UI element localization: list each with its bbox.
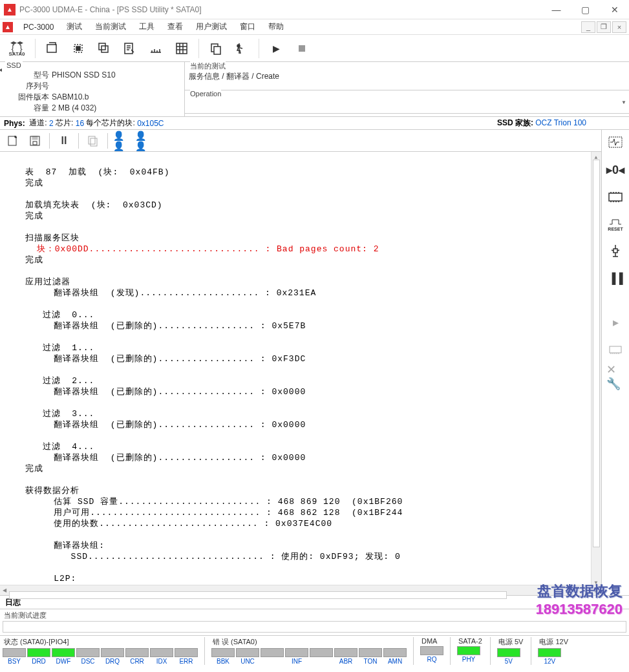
log-line: [3, 222, 599, 233]
zero-icon[interactable]: ▸0◂: [606, 161, 624, 179]
scroll-thumb[interactable]: [593, 160, 600, 547]
status-box: [27, 648, 50, 657]
channel-value: 2: [49, 119, 54, 128]
menu-window[interactable]: 窗口: [233, 19, 262, 34]
close-button[interactable]: ✕: [600, 0, 629, 19]
oscilloscope-icon[interactable]: [606, 134, 624, 152]
layers-button[interactable]: [92, 37, 116, 60]
main-toolbar: ◂▸◂▸ { } SATA0 ▶: [0, 35, 629, 62]
horizontal-scrollbar[interactable]: ◀ ▶: [0, 585, 601, 595]
status-group-state: 状态 (SATA0)-[PIO4] BSYDRDDWFDSCDRQCRRIDXE…: [3, 637, 198, 665]
status-box: [150, 648, 173, 657]
scroll-up-icon[interactable]: ▲: [592, 152, 601, 160]
status-box: [285, 648, 308, 657]
exit-button[interactable]: [230, 37, 253, 60]
copy-log-button[interactable]: [84, 132, 102, 150]
folder-button[interactable]: [41, 37, 64, 60]
log-line: 记录数............................ : 0x0400: [3, 584, 599, 585]
status-bar: 状态 (SATA0)-[PIO4] BSYDRDDWFDSCDRQCRRIDXE…: [0, 635, 629, 667]
minimize-button[interactable]: —: [542, 0, 571, 19]
menu-current-test[interactable]: 当前测试: [89, 19, 133, 34]
ssd-panel-label: SSD: [5, 61, 23, 69]
grid-button[interactable]: [170, 37, 193, 60]
svg-rect-15: [91, 138, 97, 146]
log-line: 估算 SSD 容量......................... : 468…: [3, 496, 599, 507]
log-line: [3, 156, 599, 167]
find-next-button[interactable]: 👤👤: [135, 132, 153, 150]
scroll-right-icon[interactable]: ▶: [592, 587, 601, 593]
log-line: 过滤 0...: [3, 310, 599, 320]
hscroll-thumb[interactable]: [9, 591, 507, 599]
mdi-restore-button[interactable]: ❐: [597, 21, 611, 33]
status-box: [359, 648, 382, 657]
collapse-icon[interactable]: ◂: [0, 66, 2, 73]
right-tool-strip: ▸0◂ RESET ▐▐ ▸ ✕🔧: [602, 130, 629, 595]
maximize-button[interactable]: ▢: [571, 0, 600, 19]
menu-user-test[interactable]: 用户测试: [189, 19, 233, 34]
reset-button[interactable]: RESET: [606, 215, 624, 233]
status-label: IDX: [150, 658, 173, 665]
log-line: [3, 562, 599, 573]
log-line: 扫描服务区块: [3, 233, 599, 244]
status-box: [211, 648, 235, 657]
ssd-family-value: OCZ Trion 100: [535, 118, 586, 127]
report-button[interactable]: [118, 37, 142, 60]
current-test-value: 服务信息 / 翻译器 / Create: [189, 63, 625, 82]
dropdown-icon[interactable]: ▼: [621, 100, 626, 105]
svg-rect-12: [32, 136, 37, 140]
status-box: [334, 648, 357, 657]
log-line: 翻译器块组 (已删除的)................. : 0x0000: [3, 419, 599, 430]
status-label: DRQ: [101, 658, 124, 665]
chip-button[interactable]: [67, 37, 90, 60]
scroll-down-icon[interactable]: ▼: [592, 577, 601, 585]
status-label: [310, 658, 333, 665]
log-line: [3, 364, 599, 375]
log-line: [3, 430, 599, 441]
status-box: [76, 648, 100, 657]
chip-tool-icon[interactable]: [606, 188, 624, 206]
log-line: 获得数据分析: [3, 485, 599, 496]
sata-device-button[interactable]: ◂▸◂▸ { } SATA0: [4, 37, 30, 60]
ssd-family-label: SSD 家族:: [497, 118, 533, 127]
mdi-minimize-button[interactable]: _: [581, 21, 595, 33]
status-label: [261, 658, 284, 665]
log-line: 完成: [3, 211, 599, 222]
save-button[interactable]: [26, 132, 44, 150]
mdi-close-button[interactable]: ×: [612, 21, 626, 33]
toolbar-separator: [35, 39, 36, 58]
phys-info-bar: Phys: 通道: 2 芯片: 16 每个芯片的块: 0x105C SSD 家族…: [0, 117, 629, 130]
menu-test[interactable]: 测试: [60, 19, 89, 34]
menu-help[interactable]: 帮助: [262, 19, 290, 34]
pause-button[interactable]: II: [55, 132, 73, 150]
status-label: ERR: [175, 658, 198, 665]
stop-button[interactable]: [290, 37, 314, 60]
log-area: II 👤👤 👤👤 表 87 加载 (块: 0x04FB) 完成 加载填充块表 (…: [0, 130, 602, 595]
log-line: 完成: [3, 178, 599, 189]
operation-panel[interactable]: Operation ▼: [185, 90, 629, 114]
scale-button[interactable]: [144, 37, 167, 60]
log-line: [3, 189, 599, 200]
status-box: [383, 648, 407, 657]
status-group-dma: DMA RQ: [420, 637, 443, 665]
copy-button[interactable]: [204, 37, 228, 60]
menu-view[interactable]: 查看: [161, 19, 189, 34]
vertical-scrollbar[interactable]: ▲ ▼: [591, 152, 601, 585]
menu-tools[interactable]: 工具: [133, 19, 161, 34]
log-output[interactable]: 表 87 加载 (块: 0x04FB) 完成 加载填充块表 (块: 0x03CD…: [0, 152, 601, 585]
svg-point-9: [237, 45, 240, 47]
run-button[interactable]: ▶: [264, 37, 288, 60]
status-label: RQ: [420, 656, 443, 663]
status-box: [457, 646, 480, 655]
capacitor-icon[interactable]: [606, 242, 624, 260]
serial-label: 序列号: [4, 81, 52, 92]
status-box: [420, 646, 443, 655]
status-box: [538, 648, 561, 657]
firmware-value: SABM10.b: [52, 92, 89, 103]
log-line: 翻译器块组 (发现)..................... : 0x231E…: [3, 288, 599, 299]
new-button[interactable]: [4, 132, 22, 150]
log-line: L2P:: [3, 573, 599, 584]
pause-tool-button[interactable]: ▐▐: [606, 269, 624, 288]
menu-app[interactable]: PC-3000: [17, 19, 60, 34]
find-button[interactable]: 👤👤: [113, 132, 131, 150]
scroll-left-icon[interactable]: ◀: [0, 587, 9, 593]
